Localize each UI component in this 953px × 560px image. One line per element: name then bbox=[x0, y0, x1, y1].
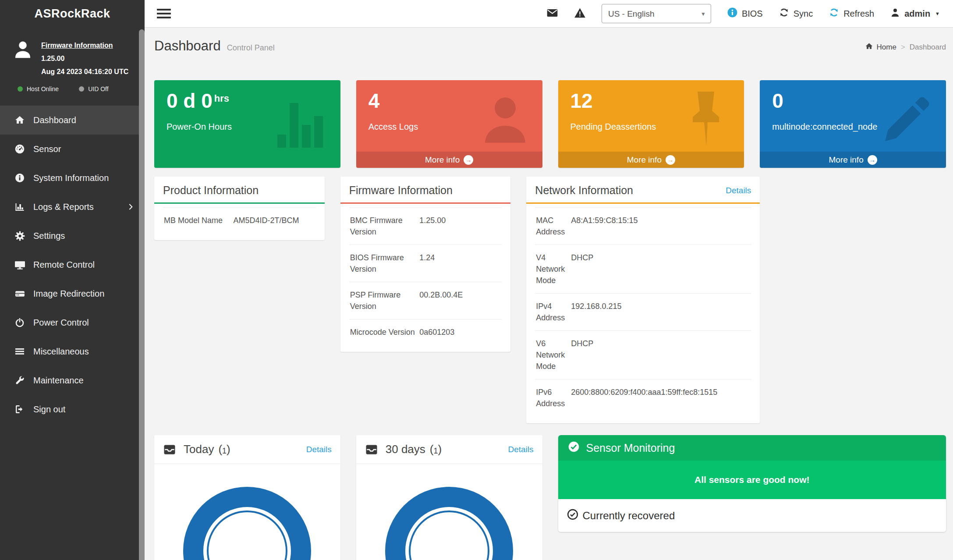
firmware-version: 1.25.00 bbox=[41, 52, 128, 65]
sidebar-menu: Dashboard Sensor System Information Logs… bbox=[0, 106, 145, 424]
row-label: Microcode Version bbox=[350, 326, 420, 338]
host-status: Host Online bbox=[18, 85, 59, 92]
sync-label: Sync bbox=[794, 9, 813, 19]
sidebar: ASRockRack Firmware Information 1.25.00 … bbox=[0, 0, 145, 560]
refresh-button[interactable]: Refresh bbox=[829, 7, 874, 20]
arrow-circle-icon: → bbox=[464, 155, 473, 165]
home-icon bbox=[13, 115, 26, 125]
panel-title: Today bbox=[184, 443, 214, 456]
thirty-days-donut-chart bbox=[385, 487, 513, 560]
signout-icon bbox=[13, 404, 26, 415]
bar-chart-icon bbox=[13, 202, 26, 212]
sidebar-item-dashboard[interactable]: Dashboard bbox=[0, 106, 145, 135]
panel-title: Product Information bbox=[163, 184, 259, 197]
refresh-icon bbox=[829, 7, 840, 20]
sidebar-scrollbar[interactable] bbox=[139, 29, 145, 560]
uid-off-dot bbox=[79, 86, 84, 92]
sidebar-toggle-button[interactable] bbox=[157, 7, 171, 21]
uid-status: UID Off bbox=[79, 85, 108, 92]
network-details-link[interactable]: Details bbox=[726, 186, 751, 195]
sidebar-item-remote-control[interactable]: Remote Control bbox=[0, 250, 145, 279]
row-label: BIOS Firmware Version bbox=[350, 252, 420, 275]
alerts-button[interactable] bbox=[574, 7, 586, 21]
envelope-icon bbox=[546, 7, 558, 21]
sidebar-item-sign-out[interactable]: Sign out bbox=[0, 395, 145, 424]
more-info-link[interactable]: More info → bbox=[558, 152, 744, 168]
info-icon bbox=[13, 173, 26, 183]
messages-button[interactable] bbox=[546, 7, 558, 21]
breadcrumb-separator: > bbox=[901, 43, 905, 52]
firmware-information-panel: Firmware Information BMC Firmware Versio… bbox=[340, 177, 511, 352]
sidebar-item-system-information[interactable]: System Information bbox=[0, 163, 145, 192]
sync-button[interactable]: Sync bbox=[779, 7, 813, 20]
table-row: BIOS Firmware Version 1.24 bbox=[349, 245, 502, 282]
table-row: MB Model Name AM5D4ID-2T/BCM bbox=[163, 207, 316, 233]
page-subtitle: Control Panel bbox=[227, 43, 275, 53]
table-row: V6 Network Mode DHCP bbox=[535, 330, 751, 379]
sidebar-item-label: Settings bbox=[33, 231, 65, 241]
user-menu-button[interactable]: admin ▼ bbox=[890, 7, 940, 20]
panel-title: Sensor Monitoring bbox=[586, 442, 675, 454]
disc-icon bbox=[13, 288, 26, 299]
pending-deassertions-card[interactable]: 12 Pending Deassertions More info → bbox=[558, 80, 744, 168]
row-value: 1.25.00 bbox=[419, 215, 501, 237]
summary-cards-row: 0 d 0hrs Power-On Hours 4 Access Logs Mo… bbox=[154, 80, 946, 168]
sidebar-item-sensor[interactable]: Sensor bbox=[0, 135, 145, 163]
uid-status-label: UID Off bbox=[88, 85, 108, 92]
sidebar-item-logs-reports[interactable]: Logs & Reports bbox=[0, 192, 145, 221]
bottom-row: Today (1) Details 30 days (1) Details bbox=[154, 435, 946, 560]
today-donut-chart bbox=[183, 487, 311, 560]
info-panels-row: Product Information MB Model Name AM5D4I… bbox=[154, 177, 946, 423]
row-value: 2600:8800:6209:f400:aaa1:59ff:fec8:1515 bbox=[571, 386, 750, 409]
today-details-link[interactable]: Details bbox=[306, 445, 332, 454]
row-value: 00.2B.00.4E bbox=[419, 289, 501, 312]
row-value: 0a601203 bbox=[419, 326, 501, 338]
host-status-label: Host Online bbox=[27, 85, 59, 92]
check-circle-outline-icon bbox=[567, 509, 578, 523]
pencil-icon bbox=[879, 92, 935, 147]
row-value: 1.24 bbox=[419, 252, 501, 275]
sidebar-item-image-redirection[interactable]: Image Redirection bbox=[0, 279, 145, 308]
warning-icon bbox=[574, 7, 586, 21]
panel-title: 30 days bbox=[386, 443, 425, 456]
more-info-link[interactable]: More info → bbox=[356, 152, 542, 168]
sensor-recovered-label: Currently recovered bbox=[583, 510, 675, 522]
table-row: PSP Firmware Version 00.2B.00.4E bbox=[349, 282, 502, 319]
panel-title: Firmware Information bbox=[349, 184, 453, 197]
pushpin-icon bbox=[687, 90, 725, 149]
row-label: V6 Network Mode bbox=[536, 338, 571, 372]
gauge-icon bbox=[13, 143, 26, 155]
multinode-card[interactable]: 0 multinode:connected_node More info → bbox=[760, 80, 946, 168]
more-info-link[interactable]: More info → bbox=[760, 152, 946, 168]
card-value: 0 d 0 bbox=[167, 89, 213, 112]
sidebar-item-power-control[interactable]: Power Control bbox=[0, 308, 145, 337]
breadcrumb-current: Dashboard bbox=[910, 43, 946, 52]
table-row: MAC Address A8:A1:59:C8:15:15 bbox=[535, 207, 751, 245]
row-label: IPv6 Address bbox=[536, 386, 571, 409]
sidebar-item-label: Sign out bbox=[33, 404, 65, 415]
breadcrumb-home-link[interactable]: Home bbox=[865, 42, 896, 53]
person-icon bbox=[479, 92, 531, 148]
access-logs-card[interactable]: 4 Access Logs More info → bbox=[356, 80, 542, 168]
caret-down-icon: ▼ bbox=[935, 11, 940, 16]
thirty-days-details-link[interactable]: Details bbox=[508, 445, 533, 454]
sidebar-item-maintenance[interactable]: Maintenance bbox=[0, 366, 145, 395]
power-on-hours-card[interactable]: 0 d 0hrs Power-On Hours bbox=[154, 80, 340, 168]
sensor-monitoring-panel: Sensor Monitoring All sensors are good n… bbox=[558, 435, 946, 532]
breadcrumb: Home > Dashboard bbox=[865, 42, 946, 53]
topbar: US - English ▼ BIOS Sync Refresh bbox=[145, 0, 953, 28]
row-label: BMC Firmware Version bbox=[350, 215, 420, 237]
sidebar-item-miscellaneous[interactable]: Miscellaneous bbox=[0, 337, 145, 366]
firmware-date: Aug 24 2023 04:16:20 UTC bbox=[41, 65, 128, 78]
user-avatar-icon bbox=[12, 39, 33, 78]
refresh-label: Refresh bbox=[843, 9, 874, 19]
thirty-days-events-panel: 30 days (1) Details bbox=[356, 435, 542, 560]
row-label: IPv4 Address bbox=[536, 301, 571, 323]
sidebar-item-settings[interactable]: Settings bbox=[0, 221, 145, 250]
list-icon bbox=[13, 346, 26, 357]
main-content: Dashboard Control Panel Home > Dashboard… bbox=[145, 28, 953, 560]
firmware-information-link[interactable]: Firmware Information bbox=[41, 39, 128, 52]
language-select[interactable]: US - English bbox=[602, 4, 711, 23]
bios-button[interactable]: BIOS bbox=[727, 7, 763, 20]
row-label: MB Model Name bbox=[164, 215, 234, 226]
